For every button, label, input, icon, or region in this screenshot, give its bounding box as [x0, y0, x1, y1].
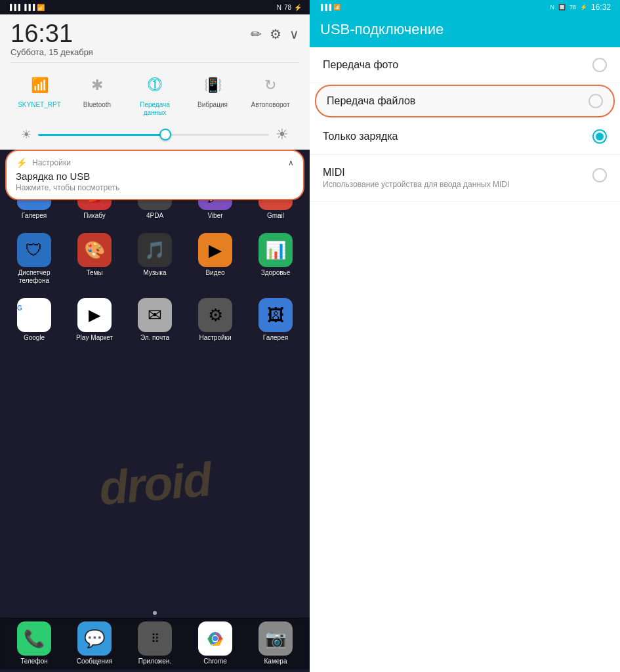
tile-data[interactable]: ⓵ Передачаданных	[132, 72, 178, 117]
vibrate-label: Вибрация	[197, 101, 228, 109]
dock-phone[interactable]: 📞 Телефон	[5, 621, 63, 665]
right-status-info: N 🔲 78 ⚡ 16:32	[550, 3, 611, 12]
notification-header: ⚡ Настройки ∧	[16, 158, 294, 168]
right-panel: ▐▐▐ 📶 N 🔲 78 ⚡ 16:32 USB-подключение Пер…	[310, 0, 620, 672]
usb-header: USB-подключение	[310, 14, 620, 47]
app-email[interactable]: ✉ Эл. почта	[126, 298, 184, 342]
google-label: Google	[24, 334, 45, 342]
settings-icon[interactable]: ⚙	[270, 26, 281, 42]
dock-chrome[interactable]: Chrome	[186, 621, 244, 665]
charge-icon-left: ⚡	[294, 4, 302, 11]
signal-icons-right: ▐▐▐ 📶	[319, 4, 341, 10]
dispatcher-icon: 🛡	[17, 233, 51, 267]
clock-right: 16:32	[591, 3, 611, 12]
app-health[interactable]: 📊 Здоровье	[247, 233, 304, 285]
app-grid-row2: 🛡 Диспетчер телефона 🎨 Темы 🎵 Музыка ▶ В…	[0, 228, 310, 290]
music-icon: 🎵	[138, 233, 172, 267]
notification-subtitle: Нажмите, чтобы посмотреть	[16, 183, 294, 192]
brightness-bar[interactable]: ☀ ☀	[10, 123, 299, 150]
tile-bluetooth[interactable]: ✱ Bluetooth	[74, 72, 120, 117]
usb-notification-card[interactable]: ⚡ Настройки ∧ Зарядка по USB Нажмите, чт…	[5, 150, 304, 200]
option-midi-text: MIDI Использование устройства для ввода …	[323, 167, 509, 189]
svg-point-3	[213, 636, 218, 641]
notif-caret-icon: ∧	[288, 158, 294, 167]
phone-icon: 📞	[17, 621, 51, 656]
gallery2-label: Галерея	[263, 334, 288, 342]
dock-apps[interactable]: ⠿ Приложен.	[126, 621, 184, 665]
usb-notif-icon: ⚡	[16, 158, 27, 168]
wifi-label: SKYNET_RPT	[18, 101, 61, 109]
play-market-icon: ▶	[77, 298, 112, 332]
4pda-label: 4PDA	[146, 212, 163, 220]
app-dispatcher[interactable]: 🛡 Диспетчер телефона	[5, 233, 63, 285]
wifi-tile-icon: 📶	[26, 72, 52, 98]
charge-icon-right: ⚡	[580, 4, 587, 10]
status-bar-right: ▐▐▐ 📶 N 🔲 78 ⚡ 16:32	[310, 0, 620, 14]
option-charge-text: Только зарядка	[323, 131, 398, 142]
app-settings[interactable]: ⚙ Настройки	[186, 298, 244, 342]
dock-messages[interactable]: 💬 Сообщения	[66, 621, 123, 665]
tile-wifi[interactable]: 📶 SKYNET_RPT	[16, 72, 62, 117]
expand-icon[interactable]: ∨	[289, 26, 299, 42]
usb-option-files[interactable]: Передача файлов	[315, 85, 615, 117]
viber-label: Viber	[207, 212, 222, 220]
app-video[interactable]: ▶ Видео	[186, 233, 244, 285]
health-label: Здоровье	[261, 269, 291, 277]
themes-label: Темы	[86, 269, 102, 277]
usb-option-photo[interactable]: Передача фото	[310, 47, 620, 83]
radio-charge[interactable]	[592, 129, 607, 144]
bluetooth-tile-icon: ✱	[84, 72, 110, 98]
date-display: Суббота, 15 декабря	[10, 47, 93, 57]
settings-app-label: Настройки	[199, 334, 231, 342]
divider	[10, 62, 299, 63]
quick-settings-row: 📶 SKYNET_RPT ✱ Bluetooth ⓵ Передачаданны…	[10, 70, 299, 123]
app-themes[interactable]: 🎨 Темы	[66, 233, 123, 285]
health-icon: 📊	[258, 233, 293, 267]
apps-label: Приложен.	[138, 658, 171, 665]
time-section: 16:31 Суббота, 15 декабря ✏ ⚙ ∨	[10, 21, 299, 62]
edit-icon[interactable]: ✏	[251, 26, 262, 42]
dock-area: 📞 Телефон 💬 Сообщения ⠿ Приложен.	[0, 611, 310, 672]
app-play-market[interactable]: ▶ Play Маркет	[66, 298, 123, 342]
notification-title: Зарядка по USB	[16, 171, 294, 182]
option-files-text: Передача файлов	[327, 95, 415, 107]
time-display: 16:31	[10, 21, 93, 46]
play-market-label: Play Маркет	[76, 334, 113, 342]
battery-icon-right: 🔲	[558, 4, 566, 10]
brightness-fill	[38, 134, 165, 136]
gmail-label: Gmail	[267, 212, 284, 220]
time-date-block: 16:31 Суббота, 15 декабря	[10, 21, 93, 57]
usb-option-midi[interactable]: MIDI Использование устройства для ввода …	[310, 155, 620, 201]
app-gallery2[interactable]: 🖼 Галерея	[247, 298, 304, 342]
app-music[interactable]: 🎵 Музыка	[126, 233, 184, 285]
rotate-label: Автоповорот	[251, 101, 289, 109]
dock-camera[interactable]: 📷 Камера	[247, 621, 304, 665]
settings-app-icon: ⚙	[198, 298, 232, 332]
right-status-icons-left: N 78 ⚡	[277, 4, 302, 11]
messages-icon: 💬	[77, 621, 112, 656]
watermark-area: droid	[0, 348, 310, 620]
app-google[interactable]: G Google	[5, 298, 63, 342]
email-label: Эл. почта	[140, 334, 169, 342]
notif-app-name: Настройки	[32, 158, 71, 167]
pikabu-label: Пикабу	[83, 212, 105, 220]
bars-icon: ▐▐▐	[8, 4, 20, 10]
status-bar-left: ▐▐▐ ▐▐▐ 📶 N 78 ⚡	[0, 0, 310, 14]
bluetooth-label: Bluetooth	[83, 101, 111, 109]
signal-icons: ▐▐▐ ▐▐▐ 📶	[8, 4, 45, 11]
brightness-track[interactable]	[38, 134, 269, 136]
radio-photo[interactable]	[592, 58, 607, 72]
wifi-signal-icon: ▐▐▐	[22, 4, 35, 10]
tile-rotate[interactable]: ↻ Автоповорот	[247, 72, 293, 117]
radio-files[interactable]	[589, 94, 603, 108]
brightness-high-icon: ☀	[276, 126, 289, 143]
home-screen: droid 🖼 Галерея 🍎 Пикабу 4PDA 4PDA 💬 Vib…	[0, 171, 310, 672]
brightness-low-icon: ☀	[21, 127, 31, 142]
brightness-thumb[interactable]	[159, 129, 171, 140]
nfc-icon-left: N	[277, 4, 281, 11]
radio-midi[interactable]	[592, 168, 607, 182]
usb-option-charge[interactable]: Только зарядка	[310, 119, 620, 155]
tile-vibrate[interactable]: 📳 Вибрация	[190, 72, 236, 117]
wifi-icon-left: 📶	[37, 4, 45, 11]
usb-title: USB-подключение	[320, 21, 610, 38]
